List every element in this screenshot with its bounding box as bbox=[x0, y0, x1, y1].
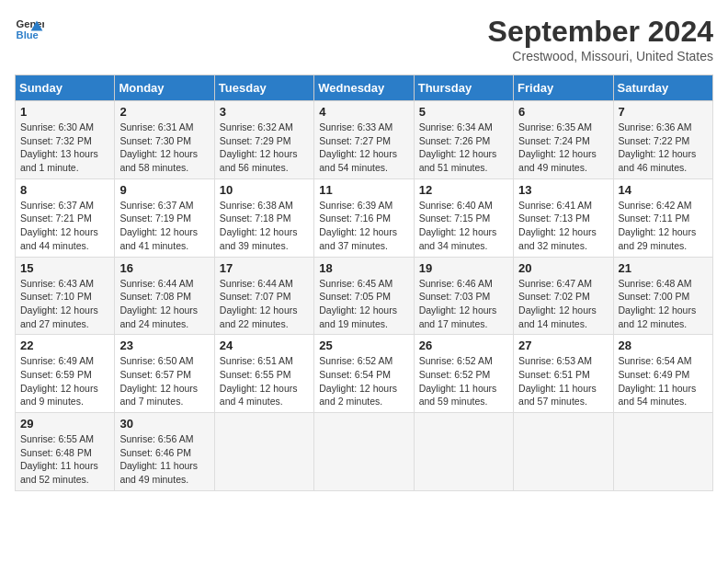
day-number: 21 bbox=[619, 261, 708, 275]
day-number: 10 bbox=[220, 183, 309, 197]
day-info: Sunrise: 6:30 AM Sunset: 7:32 PM Dayligh… bbox=[20, 121, 109, 175]
day-info: Sunrise: 6:49 AM Sunset: 6:59 PM Dayligh… bbox=[20, 354, 109, 408]
day-info: Sunrise: 6:47 AM Sunset: 7:02 PM Dayligh… bbox=[518, 277, 608, 331]
calendar-day-cell: 9 Sunrise: 6:37 AM Sunset: 7:19 PM Dayli… bbox=[115, 178, 214, 257]
day-number: 17 bbox=[220, 261, 309, 275]
day-info: Sunrise: 6:44 AM Sunset: 7:08 PM Dayligh… bbox=[119, 277, 209, 331]
day-number: 16 bbox=[119, 261, 209, 275]
calendar-day-cell: 25 Sunrise: 6:52 AM Sunset: 6:54 PM Dayl… bbox=[314, 335, 414, 413]
day-info: Sunrise: 6:31 AM Sunset: 7:30 PM Dayligh… bbox=[119, 121, 209, 175]
day-info: Sunrise: 6:37 AM Sunset: 7:19 PM Dayligh… bbox=[119, 199, 209, 253]
weekday-header: Wednesday bbox=[314, 75, 414, 101]
calendar-day-cell: 13 Sunrise: 6:41 AM Sunset: 7:13 PM Dayl… bbox=[514, 178, 613, 257]
day-number: 1 bbox=[20, 105, 109, 119]
day-number: 9 bbox=[119, 183, 209, 197]
day-number: 2 bbox=[119, 105, 209, 119]
day-number: 20 bbox=[518, 261, 608, 275]
calendar-day-cell: 3 Sunrise: 6:32 AM Sunset: 7:29 PM Dayli… bbox=[214, 101, 313, 179]
day-number: 4 bbox=[319, 105, 408, 119]
day-number: 19 bbox=[419, 261, 508, 275]
day-info: Sunrise: 6:56 AM Sunset: 6:46 PM Dayligh… bbox=[119, 432, 209, 487]
page-header: General Blue September 2024 Crestwood, M… bbox=[15, 15, 713, 63]
day-info: Sunrise: 6:34 AM Sunset: 7:26 PM Dayligh… bbox=[419, 121, 508, 175]
day-number: 25 bbox=[319, 339, 408, 352]
logo: General Blue bbox=[15, 15, 44, 44]
calendar-day-cell: 6 Sunrise: 6:35 AM Sunset: 7:24 PM Dayli… bbox=[514, 101, 613, 179]
day-number: 23 bbox=[119, 339, 209, 352]
calendar-day-cell: 14 Sunrise: 6:42 AM Sunset: 7:11 PM Dayl… bbox=[613, 178, 712, 257]
day-info: Sunrise: 6:44 AM Sunset: 7:07 PM Dayligh… bbox=[220, 277, 309, 331]
day-info: Sunrise: 6:46 AM Sunset: 7:03 PM Dayligh… bbox=[419, 277, 508, 331]
calendar-day-cell: 22 Sunrise: 6:49 AM Sunset: 6:59 PM Dayl… bbox=[16, 335, 115, 413]
calendar-day-cell: 27 Sunrise: 6:53 AM Sunset: 6:51 PM Dayl… bbox=[514, 335, 613, 413]
day-info: Sunrise: 6:48 AM Sunset: 7:00 PM Dayligh… bbox=[619, 277, 708, 331]
day-info: Sunrise: 6:53 AM Sunset: 6:51 PM Dayligh… bbox=[518, 354, 608, 408]
calendar-day-cell: 7 Sunrise: 6:36 AM Sunset: 7:22 PM Dayli… bbox=[613, 101, 712, 179]
calendar-week-row: 1 Sunrise: 6:30 AM Sunset: 7:32 PM Dayli… bbox=[16, 101, 713, 179]
calendar-day-cell: 18 Sunrise: 6:45 AM Sunset: 7:05 PM Dayl… bbox=[314, 257, 414, 335]
day-number: 6 bbox=[518, 105, 608, 119]
day-info: Sunrise: 6:39 AM Sunset: 7:16 PM Dayligh… bbox=[319, 199, 408, 253]
calendar-week-row: 15 Sunrise: 6:43 AM Sunset: 7:10 PM Dayl… bbox=[16, 257, 713, 335]
day-number: 30 bbox=[119, 417, 209, 431]
calendar-day-cell: 24 Sunrise: 6:51 AM Sunset: 6:55 PM Dayl… bbox=[214, 335, 313, 413]
weekday-header: Friday bbox=[514, 75, 613, 101]
calendar-day-cell bbox=[514, 413, 613, 491]
calendar-day-cell: 30 Sunrise: 6:56 AM Sunset: 6:46 PM Dayl… bbox=[115, 413, 214, 491]
calendar-day-cell: 12 Sunrise: 6:40 AM Sunset: 7:15 PM Dayl… bbox=[414, 178, 513, 257]
day-number: 5 bbox=[419, 105, 508, 119]
day-number: 18 bbox=[319, 261, 408, 275]
calendar-day-cell: 15 Sunrise: 6:43 AM Sunset: 7:10 PM Dayl… bbox=[16, 257, 115, 335]
calendar-day-cell: 19 Sunrise: 6:46 AM Sunset: 7:03 PM Dayl… bbox=[414, 257, 513, 335]
title-block: September 2024 Crestwood, Missouri, Unit… bbox=[488, 15, 713, 63]
day-info: Sunrise: 6:52 AM Sunset: 6:52 PM Dayligh… bbox=[419, 354, 508, 408]
day-info: Sunrise: 6:37 AM Sunset: 7:21 PM Dayligh… bbox=[20, 199, 109, 253]
day-info: Sunrise: 6:55 AM Sunset: 6:48 PM Dayligh… bbox=[20, 432, 109, 487]
calendar-day-cell: 10 Sunrise: 6:38 AM Sunset: 7:18 PM Dayl… bbox=[214, 178, 313, 257]
day-info: Sunrise: 6:42 AM Sunset: 7:11 PM Dayligh… bbox=[619, 199, 708, 253]
month-title: September 2024 bbox=[488, 15, 713, 49]
weekday-header: Sunday bbox=[16, 75, 115, 101]
calendar-day-cell: 1 Sunrise: 6:30 AM Sunset: 7:32 PM Dayli… bbox=[16, 101, 115, 179]
day-info: Sunrise: 6:36 AM Sunset: 7:22 PM Dayligh… bbox=[619, 121, 708, 175]
calendar-day-cell: 23 Sunrise: 6:50 AM Sunset: 6:57 PM Dayl… bbox=[115, 335, 214, 413]
calendar-week-row: 29 Sunrise: 6:55 AM Sunset: 6:48 PM Dayl… bbox=[16, 413, 713, 491]
day-number: 15 bbox=[20, 261, 109, 275]
weekday-header: Tuesday bbox=[214, 75, 313, 101]
calendar-day-cell bbox=[414, 413, 513, 491]
day-info: Sunrise: 6:51 AM Sunset: 6:55 PM Dayligh… bbox=[220, 354, 309, 408]
day-number: 27 bbox=[518, 339, 608, 352]
day-number: 24 bbox=[220, 339, 309, 352]
day-number: 13 bbox=[518, 183, 608, 197]
day-number: 3 bbox=[220, 105, 309, 119]
day-info: Sunrise: 6:41 AM Sunset: 7:13 PM Dayligh… bbox=[518, 199, 608, 253]
day-info: Sunrise: 6:33 AM Sunset: 7:27 PM Dayligh… bbox=[319, 121, 408, 175]
calendar-week-row: 22 Sunrise: 6:49 AM Sunset: 6:59 PM Dayl… bbox=[16, 335, 713, 413]
day-number: 8 bbox=[20, 183, 109, 197]
calendar-day-cell: 26 Sunrise: 6:52 AM Sunset: 6:52 PM Dayl… bbox=[414, 335, 513, 413]
day-info: Sunrise: 6:54 AM Sunset: 6:49 PM Dayligh… bbox=[619, 354, 708, 408]
day-number: 29 bbox=[20, 417, 109, 431]
weekday-header: Saturday bbox=[613, 75, 712, 101]
day-info: Sunrise: 6:40 AM Sunset: 7:15 PM Dayligh… bbox=[419, 199, 508, 253]
calendar-day-cell: 21 Sunrise: 6:48 AM Sunset: 7:00 PM Dayl… bbox=[613, 257, 712, 335]
day-info: Sunrise: 6:45 AM Sunset: 7:05 PM Dayligh… bbox=[319, 277, 408, 331]
calendar-day-cell: 2 Sunrise: 6:31 AM Sunset: 7:30 PM Dayli… bbox=[115, 101, 214, 179]
day-number: 14 bbox=[619, 183, 708, 197]
day-info: Sunrise: 6:32 AM Sunset: 7:29 PM Dayligh… bbox=[220, 121, 309, 175]
logo-icon: General Blue bbox=[15, 15, 44, 44]
day-number: 12 bbox=[419, 183, 508, 197]
day-number: 28 bbox=[619, 339, 708, 352]
calendar-day-cell: 17 Sunrise: 6:44 AM Sunset: 7:07 PM Dayl… bbox=[214, 257, 313, 335]
calendar-day-cell: 8 Sunrise: 6:37 AM Sunset: 7:21 PM Dayli… bbox=[16, 178, 115, 257]
calendar-header-row: SundayMondayTuesdayWednesdayThursdayFrid… bbox=[16, 75, 713, 101]
weekday-header: Thursday bbox=[414, 75, 513, 101]
day-info: Sunrise: 6:43 AM Sunset: 7:10 PM Dayligh… bbox=[20, 277, 109, 331]
day-number: 22 bbox=[20, 339, 109, 352]
day-info: Sunrise: 6:52 AM Sunset: 6:54 PM Dayligh… bbox=[319, 354, 408, 408]
calendar-day-cell: 29 Sunrise: 6:55 AM Sunset: 6:48 PM Dayl… bbox=[16, 413, 115, 491]
day-number: 26 bbox=[419, 339, 508, 352]
day-info: Sunrise: 6:50 AM Sunset: 6:57 PM Dayligh… bbox=[119, 354, 209, 408]
calendar-day-cell: 28 Sunrise: 6:54 AM Sunset: 6:49 PM Dayl… bbox=[613, 335, 712, 413]
day-info: Sunrise: 6:38 AM Sunset: 7:18 PM Dayligh… bbox=[220, 199, 309, 253]
